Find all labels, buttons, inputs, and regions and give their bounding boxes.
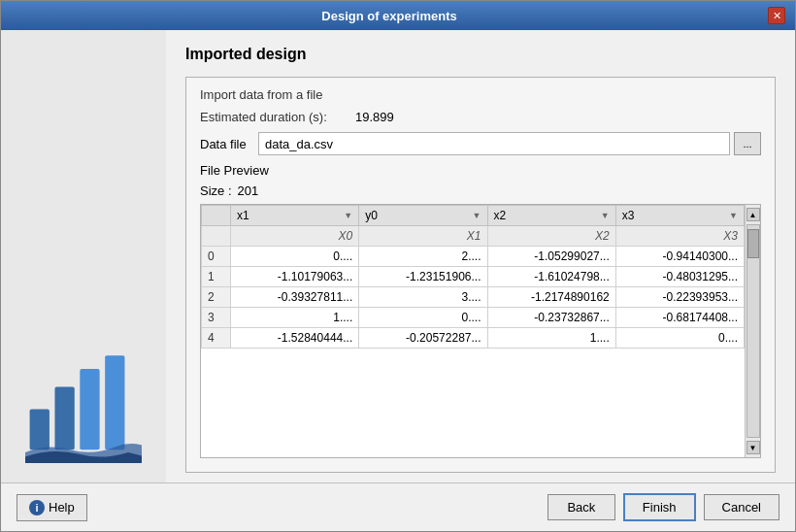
cell-idx: 4: [202, 328, 231, 349]
cell-x1: 1....: [231, 308, 359, 328]
cancel-button[interactable]: Cancel: [704, 494, 779, 520]
dialog-title: Design of experiments: [11, 9, 768, 23]
data-file-input[interactable]: [258, 132, 730, 155]
title-bar: Design of experiments ✕: [1, 1, 795, 30]
dialog-footer: i Help Back Finish Cancel: [1, 482, 795, 531]
table-row: 31....0....-0.23732867...-0.68174408...: [202, 308, 745, 328]
subheader-x3: X3: [615, 226, 744, 247]
group-label: Import data from a file: [200, 87, 761, 102]
table-row: 1-1.10179063...-1.23151906...-1.61024798…: [202, 267, 745, 287]
cell-x3: -0.94140300...: [615, 247, 744, 267]
group-box: Import data from a file Estimated durati…: [185, 77, 776, 473]
logo-panel: [1, 30, 166, 482]
subheader-x1: X0: [231, 226, 359, 247]
cell-x2: -1.61024798...: [487, 267, 615, 287]
header-y0[interactable]: y0 ▼: [359, 206, 487, 226]
app-logo: [16, 347, 151, 463]
cell-y0: 2....: [359, 247, 487, 267]
dialog-body: Imported design Import data from a file …: [1, 30, 795, 482]
size-label: Size :: [200, 183, 232, 198]
estimated-duration-label: Estimated duration (s):: [200, 110, 355, 124]
vertical-scrollbar[interactable]: ▲ ▼: [745, 205, 760, 457]
help-label: Help: [49, 500, 75, 515]
table-subheader-row: X0 X1 X2 X3: [202, 226, 745, 247]
cell-idx: 0: [202, 247, 231, 267]
cell-x2: -1.05299027...: [487, 247, 615, 267]
table-container: x1 ▼ y0 ▼: [201, 205, 745, 457]
cell-y0: 0....: [359, 308, 487, 328]
estimated-duration-value: 19.899: [355, 110, 394, 124]
cell-x1: -0.39327811...: [231, 287, 359, 308]
cell-y0: -0.20572287...: [359, 328, 487, 349]
subheader-y0: X1: [359, 226, 487, 247]
cell-idx: 2: [202, 287, 231, 308]
scroll-thumb[interactable]: [747, 229, 759, 258]
cell-x3: -0.22393953...: [615, 287, 744, 308]
cell-y0: -1.23151906...: [359, 267, 487, 287]
header-idx: [202, 206, 231, 226]
cell-x3: 0....: [615, 328, 744, 349]
estimated-duration-row: Estimated duration (s): 19.899: [200, 110, 761, 124]
section-title: Imported design: [185, 46, 776, 63]
finish-button[interactable]: Finish: [623, 493, 696, 521]
back-button[interactable]: Back: [547, 494, 615, 520]
table-row: 4-1.52840444...-0.20572287...1....0....: [202, 328, 745, 349]
data-file-label: Data file: [200, 137, 258, 151]
preview-table: x1 ▼ y0 ▼: [201, 205, 745, 349]
dialog-window: Design of experiments ✕ Imported design …: [0, 0, 796, 532]
table-scroll-area: x1 ▼ y0 ▼: [201, 205, 760, 457]
cell-y0: 3....: [359, 287, 487, 308]
close-button[interactable]: ✕: [768, 7, 785, 24]
data-file-row: Data file ...: [200, 132, 761, 155]
header-x2[interactable]: x2 ▼: [487, 206, 615, 226]
cell-x2: 1....: [487, 328, 615, 349]
scroll-track[interactable]: [746, 224, 760, 438]
subheader-x2: X2: [487, 226, 615, 247]
svg-rect-0: [30, 410, 50, 450]
sort-arrow-x3: ▼: [729, 211, 738, 220]
cell-x1: -1.10179063...: [231, 267, 359, 287]
table-row: 00....2....-1.05299027...-0.94140300...: [202, 247, 745, 267]
cell-x2: -0.23732867...: [487, 308, 615, 328]
header-y0-label: y0: [365, 209, 378, 222]
sort-arrow-x1: ▼: [344, 211, 352, 220]
table-header-row: x1 ▼ y0 ▼: [202, 206, 745, 226]
cell-x1: 0....: [231, 247, 359, 267]
preview-table-wrapper: x1 ▼ y0 ▼: [200, 204, 761, 458]
cell-x2: -1.2174890162: [487, 287, 615, 308]
header-x1-label: x1: [237, 209, 249, 222]
cell-x1: -1.52840444...: [231, 328, 359, 349]
svg-rect-2: [80, 369, 99, 449]
table-row: 2-0.39327811...3....-1.2174890162-0.2239…: [202, 287, 745, 308]
browse-button[interactable]: ...: [734, 132, 761, 155]
sort-arrow-y0: ▼: [473, 211, 481, 220]
content-panel: Imported design Import data from a file …: [166, 30, 795, 482]
file-preview-label: File Preview: [200, 163, 761, 178]
scroll-down-arrow[interactable]: ▼: [746, 441, 760, 454]
header-x3-label: x3: [622, 209, 635, 222]
header-x2-label: x2: [494, 209, 507, 222]
sort-arrow-x2: ▼: [601, 211, 610, 220]
help-icon: i: [29, 500, 45, 515]
subheader-idx: [202, 226, 231, 247]
cell-x3: -0.48031295...: [615, 267, 744, 287]
svg-rect-3: [105, 355, 124, 449]
cell-x3: -0.68174408...: [615, 308, 744, 328]
footer-left: i Help: [17, 494, 87, 521]
footer-right: Back Finish Cancel: [547, 493, 779, 521]
header-x1[interactable]: x1 ▼: [231, 206, 359, 226]
cell-idx: 3: [202, 308, 231, 328]
cell-idx: 1: [202, 267, 231, 287]
svg-rect-1: [54, 387, 74, 450]
size-row: Size : 201: [200, 183, 761, 198]
scroll-up-arrow[interactable]: ▲: [746, 208, 760, 221]
help-button[interactable]: i Help: [17, 494, 87, 521]
size-value: 201: [238, 183, 259, 198]
header-x3[interactable]: x3 ▼: [615, 206, 744, 226]
